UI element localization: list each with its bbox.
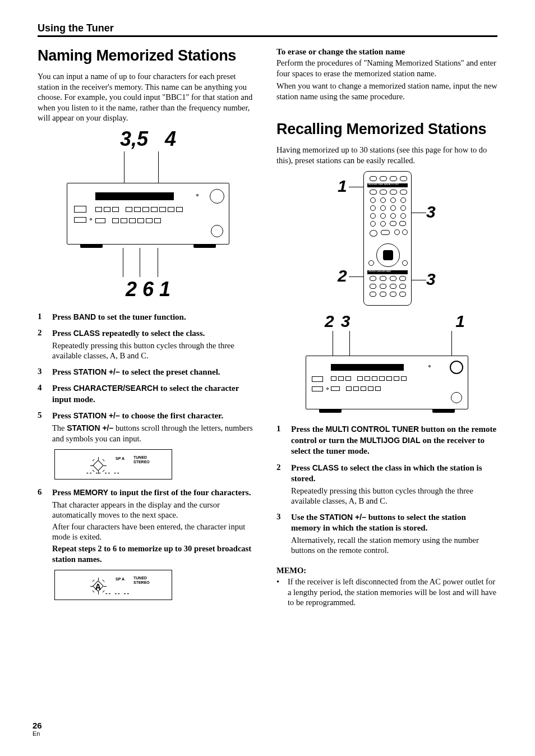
left-step-2: 2 Press CLASS repeatedly to select the c… bbox=[38, 328, 259, 361]
erase-heading: To erase or change the station name bbox=[276, 47, 497, 57]
right-column: To erase or change the station name Perf… bbox=[276, 47, 497, 608]
fig-label-2: 2 bbox=[126, 279, 137, 299]
memo-heading: MEMO: bbox=[276, 566, 497, 575]
left-step-5: 5 Press STATION +/– to choose the first … bbox=[38, 411, 259, 444]
recv-label-2: 2 bbox=[325, 312, 334, 330]
left-intro: You can input a name of up to four chara… bbox=[38, 71, 259, 123]
receiver-figure-right: 2 3 1 bbox=[306, 313, 468, 413]
page-number: 26 En bbox=[33, 721, 42, 737]
left-step-3: 3 Press STATION +/– to select the preset… bbox=[38, 367, 259, 378]
right-h1: Recalling Memorized Stations bbox=[276, 121, 497, 138]
section-heading: Using the Tuner bbox=[38, 22, 497, 37]
right-intro: Having memorized up to 30 stations (see … bbox=[276, 145, 497, 165]
recv-label-3: 3 bbox=[341, 312, 350, 330]
two-column-layout: Naming Memorized Stations You can input … bbox=[38, 47, 497, 608]
memo-bullet: • If the receiver is left disconnected f… bbox=[276, 577, 497, 608]
remote-label-1: 1 bbox=[338, 177, 347, 196]
receiver-figure-left: 3,5 4 bbox=[67, 129, 229, 299]
receiver-illustration-right bbox=[306, 356, 468, 409]
receiver-illustration bbox=[67, 183, 229, 245]
remote-label-3b: 3 bbox=[426, 270, 436, 289]
left-column: Naming Memorized Stations You can input … bbox=[38, 47, 259, 608]
remote-label-2: 2 bbox=[338, 266, 347, 285]
right-step-3: 3 Use the STATION +/– buttons to select … bbox=[276, 512, 497, 556]
fig-label-6: 6 bbox=[142, 279, 154, 299]
remote-label-3a: 3 bbox=[426, 202, 436, 222]
right-step-1: 1 Press the MULTI CONTROL TUNER button o… bbox=[276, 424, 497, 457]
right-step-2: 2 Press CLASS to select the class in whi… bbox=[276, 463, 497, 506]
erase-para-1: Perform the procedures of "Naming Memori… bbox=[276, 58, 497, 79]
fig-label-4: 4 bbox=[165, 129, 176, 149]
lcd-display-2: A SP A TUNED STEREO -- -- -- bbox=[54, 570, 172, 600]
remote-figure: 1 2 3 3 RECEIVER TUNER TAPE/MD TV CONT bbox=[314, 171, 460, 308]
left-h1: Naming Memorized Stations bbox=[38, 47, 259, 64]
fig-label-3-5: 3,5 bbox=[120, 129, 148, 149]
remote-illustration: RECEIVER TUNER TAPE/MD TV CONT SOURCE CL… bbox=[363, 171, 412, 306]
left-step-4: 4 Press CHARACTER/SEARCH to select the c… bbox=[38, 383, 259, 405]
recv-label-1: 1 bbox=[455, 313, 465, 330]
left-step-1: 1 Press BAND to set the tuner function. bbox=[38, 312, 259, 323]
fig-label-1: 1 bbox=[159, 279, 170, 299]
erase-para-2: When you want to change a memorized stat… bbox=[276, 81, 497, 102]
left-step-6: 6 Press MEMORY to input the first of the… bbox=[38, 487, 259, 564]
lcd-display-1: SP A TUNED STEREO -- -- -- -- bbox=[54, 449, 172, 480]
